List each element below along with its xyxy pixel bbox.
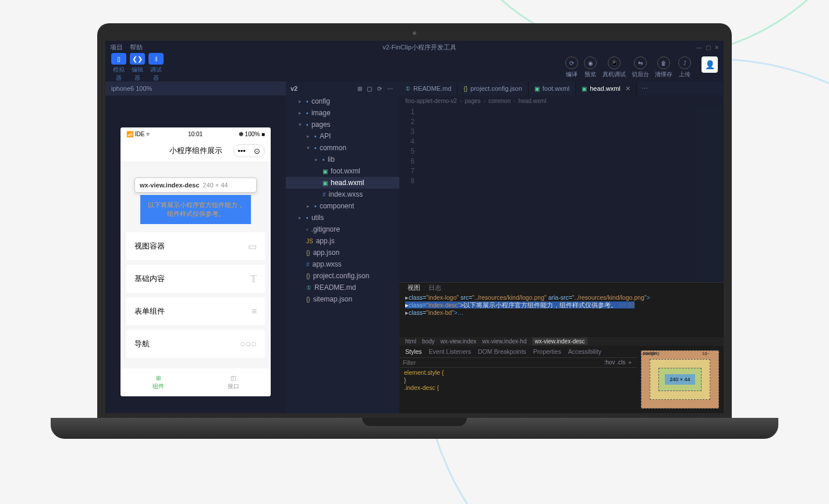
maximize-button[interactable]: ▢ <box>706 44 711 51</box>
tree-item[interactable]: #app.wxss <box>286 258 399 270</box>
tree-item[interactable]: ▸▪utils <box>286 212 399 223</box>
devtools: 视图 日志 ▸class="index-logo" src="../resour… <box>399 282 724 413</box>
breadcrumb[interactable]: fino-applet-demo-v2›pages›common›head.wx… <box>399 95 724 106</box>
simulator-label: 模拟器 <box>111 66 126 82</box>
editor-area: ①README.md{}project.config.json▣foot.wxm… <box>399 81 724 413</box>
sim-menu-item[interactable]: 基础内容𝕋 <box>126 265 265 293</box>
simulator-device-label[interactable]: iphone6 100% <box>105 81 286 95</box>
simulator-toggle[interactable]: ▯ <box>111 53 126 65</box>
dom-crumb[interactable]: wx-view.index-desc <box>532 338 587 345</box>
tree-item[interactable]: ▾▪pages <box>286 119 399 130</box>
minimap[interactable] <box>695 106 724 282</box>
sim-menu-item[interactable]: 导航○○○ <box>126 330 265 358</box>
toolbar: ▯ ❮❯ ⫴ 模拟器 编辑器 调试器 ⟳编译◉预览📱真机调试⇆切后台🗑清缓存⤴上… <box>105 54 724 81</box>
devtools-tab-view[interactable]: 视图 <box>408 283 420 292</box>
camera-dot <box>413 31 416 35</box>
menu-project[interactable]: 项目 <box>110 43 123 52</box>
styles-tab[interactable]: Styles <box>405 348 422 355</box>
tree-item[interactable]: ▣foot.wxml <box>286 165 399 177</box>
editor-toggle[interactable]: ❮❯ <box>130 53 145 65</box>
dom-inspector[interactable]: ▸class="index-logo" src="../resources/ki… <box>399 293 724 337</box>
laptop-frame: 项目 帮助 v2-FinClip小程序开发工具 — ▢ ✕ ▯ ❮❯ ⫴ <box>97 23 732 439</box>
phone-tab-接口[interactable]: ◫接口 <box>196 368 271 396</box>
menubar: 项目 帮助 v2-FinClip小程序开发工具 — ▢ ✕ <box>105 41 724 54</box>
editor-tab[interactable]: ▣foot.wxml <box>529 81 576 95</box>
tool-action-预览[interactable]: ◉预览 <box>584 56 597 79</box>
avatar[interactable]: 👤 <box>702 56 718 73</box>
file-explorer: v2 ⊞ ▢ ⟳ ⋯ ▸▪config▸▪image▾▪pages▸▪API▾▪… <box>286 81 399 413</box>
close-button[interactable]: ✕ <box>714 44 719 51</box>
tool-action-真机调试[interactable]: 📱真机调试 <box>603 56 626 79</box>
capsule-buttons[interactable]: •••⊙ <box>233 144 265 157</box>
box-model: margin 10 border - padding - <box>636 346 724 413</box>
editor-tab[interactable]: ①README.md <box>399 81 458 95</box>
styles-filter-controls[interactable]: :hov .cls ＋ <box>604 359 633 367</box>
debugger-label: 调试器 <box>148 66 164 82</box>
dom-crumb[interactable]: wx-view.index-hd <box>482 338 526 345</box>
styles-filter-input[interactable] <box>403 360 604 366</box>
minimize-button[interactable]: — <box>696 44 702 51</box>
dom-crumb[interactable]: body <box>422 338 435 345</box>
tree-item[interactable]: ①README.md <box>286 282 399 293</box>
tree-item[interactable]: {}sitemap.json <box>286 293 399 305</box>
sim-menu-item[interactable]: 表单组件≡ <box>126 297 265 325</box>
phone-status-bar: 📶 IDE ᯤ 10:01 ✽ 100% ■ <box>121 127 271 140</box>
inspect-tooltip: wx-view.index-desc240 × 44 <box>134 178 257 193</box>
phone-nav-title: 小程序组件展示 <box>169 145 222 156</box>
tree-item[interactable]: {}app.json <box>286 247 399 258</box>
styles-tab[interactable]: Event Listeners <box>429 348 471 355</box>
tree-item[interactable]: JSapp.js <box>286 235 399 247</box>
phone-preview: 📶 IDE ᯤ 10:01 ✽ 100% ■ 小程序组件展示 •••⊙ wx-v <box>121 127 271 396</box>
tree-item[interactable]: ▣head.wxml <box>286 177 399 189</box>
tool-action-上传[interactable]: ⤴上传 <box>678 56 691 79</box>
styles-tab[interactable]: Accessibility <box>568 348 601 355</box>
dom-crumb[interactable]: wx-view.index <box>441 338 477 345</box>
devtools-tab-log[interactable]: 日志 <box>428 283 441 292</box>
code-editor[interactable]: 12345678 <box>399 106 724 282</box>
tool-action-清缓存[interactable]: 🗑清缓存 <box>655 56 672 79</box>
tree-item[interactable]: ▾▪common <box>286 142 399 154</box>
tree-item[interactable]: ▸▪config <box>286 95 399 107</box>
phone-tab-组件[interactable]: ⊞组件 <box>121 368 196 396</box>
tool-action-编译[interactable]: ⟳编译 <box>565 56 578 79</box>
sim-menu-item[interactable]: 视图容器▭ <box>126 232 265 260</box>
simulator-panel: iphone6 100% 📶 IDE ᯤ 10:01 ✽ 100% ■ 小程序组… <box>105 81 286 413</box>
tool-action-切后台[interactable]: ⇆切后台 <box>632 56 649 79</box>
styles-tab[interactable]: DOM Breakpoints <box>478 348 526 355</box>
window-title: v2-FinClip小程序开发工具 <box>150 43 689 52</box>
tree-item[interactable]: ▫.gitignore <box>286 223 399 235</box>
editor-tab[interactable]: ▣head.wxml✕ <box>576 81 637 95</box>
tree-item[interactable]: ▸▪component <box>286 200 399 212</box>
menu-help[interactable]: 帮助 <box>130 43 143 52</box>
tree-header-actions[interactable]: ⊞ ▢ ⟳ ⋯ <box>357 86 395 92</box>
tabs-more[interactable]: ⋯ <box>637 81 653 95</box>
phone-nav-bar: 小程序组件展示 •••⊙ <box>121 140 271 161</box>
css-rules[interactable]: element.style { } .index-desc {</span></… <box>399 368 636 413</box>
dom-crumb[interactable]: html <box>405 338 416 345</box>
styles-tab[interactable]: Properties <box>533 348 561 355</box>
tree-item[interactable]: #index.wxss <box>286 189 399 200</box>
ide-screen: 项目 帮助 v2-FinClip小程序开发工具 — ▢ ✕ ▯ ❮❯ ⫴ <box>105 41 724 413</box>
debugger-toggle[interactable]: ⫴ <box>148 53 164 65</box>
editor-label: 编辑器 <box>130 66 145 82</box>
project-root[interactable]: v2 <box>290 85 297 92</box>
highlighted-element[interactable]: 以下将展示小程序官方组件能力，组件样式仅供参考。 <box>140 195 251 224</box>
editor-tab[interactable]: {}project.config.json <box>458 81 528 95</box>
tree-item[interactable]: ▸▪image <box>286 107 399 119</box>
tree-item[interactable]: {}project.config.json <box>286 270 399 282</box>
window-controls: — ▢ ✕ <box>696 44 719 51</box>
tree-item[interactable]: ▸▪lib <box>286 154 399 165</box>
tree-item[interactable]: ▸▪API <box>286 130 399 142</box>
